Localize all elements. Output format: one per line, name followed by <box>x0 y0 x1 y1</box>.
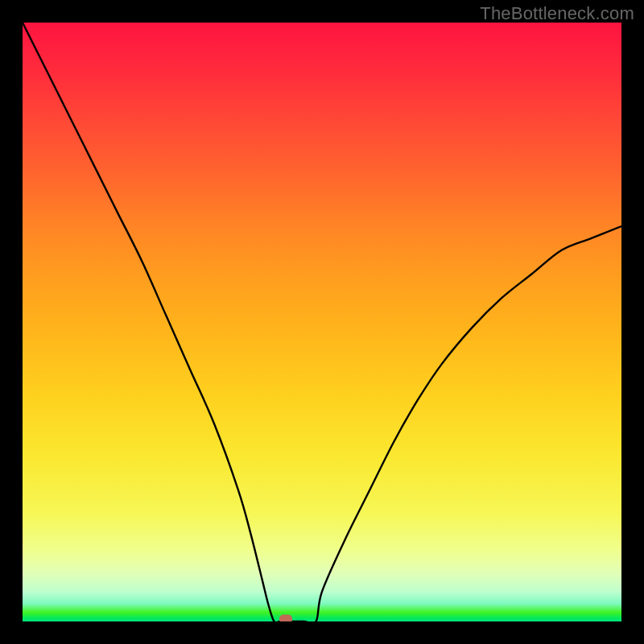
watermark-text: TheBottleneck.com <box>480 3 634 24</box>
optimal-point-marker <box>279 615 292 622</box>
curve-svg <box>23 23 621 621</box>
bottleneck-curve <box>23 23 621 621</box>
plot-area <box>23 23 621 621</box>
chart-frame: TheBottleneck.com <box>0 0 644 644</box>
